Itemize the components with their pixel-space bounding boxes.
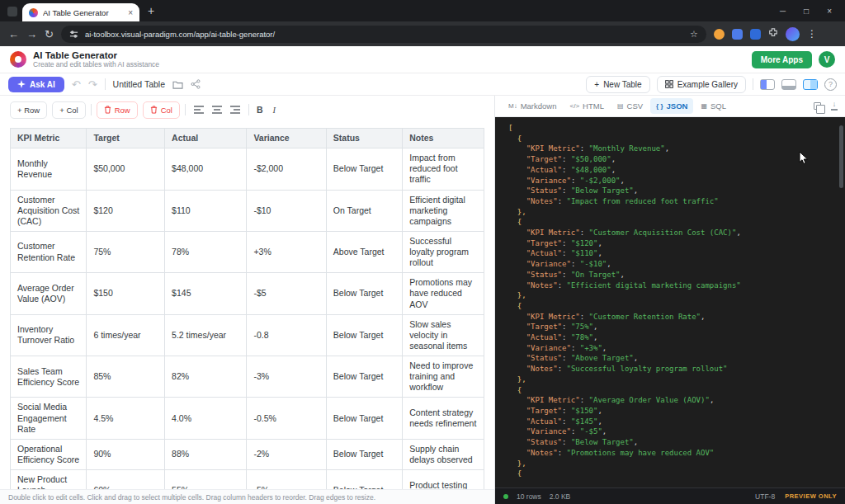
- table-cell[interactable]: Inventory Turnover Ratio: [11, 314, 87, 356]
- delete-row-button[interactable]: Row: [97, 101, 138, 119]
- column-header[interactable]: Variance: [247, 129, 326, 148]
- table-cell[interactable]: -2%: [247, 439, 326, 469]
- table-cell[interactable]: -0.8: [247, 314, 326, 356]
- table-cell[interactable]: Sales Team Efficiency Score: [11, 356, 87, 398]
- undo-icon[interactable]: ↶: [72, 78, 81, 91]
- table-cell[interactable]: Below Target: [326, 356, 402, 398]
- table-cell[interactable]: Efficient digital marketing campaigns: [403, 190, 484, 231]
- table-cell[interactable]: -$10: [247, 190, 326, 231]
- split-view-icon[interactable]: [803, 79, 818, 90]
- table-cell[interactable]: 6 times/year: [87, 314, 165, 356]
- table-cell[interactable]: 75%: [87, 231, 165, 272]
- copy-icon[interactable]: [814, 102, 821, 110]
- table-cell[interactable]: Customer Acquisition Cost (CAC): [11, 190, 87, 231]
- table-cell[interactable]: Successful loyalty program rollout: [403, 231, 484, 272]
- tab-html[interactable]: </> HTML: [564, 98, 610, 114]
- table-cell[interactable]: Need to improve training and workflow: [403, 356, 484, 398]
- column-header[interactable]: KPI Metric: [11, 129, 87, 148]
- table-cell[interactable]: Above Target: [326, 231, 402, 272]
- table-cell[interactable]: Content strategy needs refinement: [403, 398, 484, 439]
- document-title[interactable]: Untitled Table: [113, 79, 165, 89]
- table-cell[interactable]: Below Target: [326, 314, 402, 356]
- table-cell[interactable]: $48,000: [165, 148, 247, 190]
- column-header[interactable]: Notes: [403, 129, 484, 148]
- add-row-button[interactable]: + Row: [10, 101, 47, 119]
- user-avatar[interactable]: V: [819, 51, 835, 68]
- download-icon[interactable]: ↓: [831, 101, 838, 110]
- table-cell[interactable]: 78%: [165, 231, 247, 272]
- align-center-icon[interactable]: [212, 106, 222, 114]
- table-cell[interactable]: 85%: [87, 356, 165, 398]
- redo-icon[interactable]: ↷: [88, 78, 97, 91]
- site-info-icon[interactable]: [69, 30, 78, 39]
- bold-button[interactable]: B: [254, 105, 266, 115]
- table-cell[interactable]: Below Target: [326, 470, 402, 490]
- address-bar[interactable]: ai-toolbox.visual-paradigm.com/app/ai-ta…: [61, 26, 706, 43]
- italic-button[interactable]: I: [271, 106, 279, 115]
- share-icon[interactable]: [191, 79, 201, 89]
- table-cell[interactable]: On Target: [326, 190, 402, 231]
- table-cell[interactable]: 82%: [165, 356, 247, 398]
- tab-json[interactable]: { } JSON: [650, 98, 693, 114]
- table-cell[interactable]: Monthly Revenue: [11, 148, 87, 190]
- browser-tab[interactable]: AI Table Generator ×: [22, 3, 139, 21]
- column-header[interactable]: Actual: [165, 129, 247, 148]
- close-button[interactable]: ×: [827, 7, 832, 16]
- code-editor[interactable]: [ { "KPI Metric": "Monthly Revenue", "Ta…: [495, 117, 845, 488]
- table-cell[interactable]: Below Target: [326, 148, 402, 190]
- table-cell[interactable]: 90%: [87, 439, 165, 469]
- table-cell[interactable]: $145: [165, 273, 247, 314]
- table-cell[interactable]: Customer Retention Rate: [11, 231, 87, 272]
- table-cell[interactable]: Operational Efficiency Score: [11, 439, 87, 469]
- extension-icon-blue[interactable]: [732, 29, 743, 40]
- column-header[interactable]: Target: [87, 129, 165, 148]
- minimize-button[interactable]: ─: [780, 7, 786, 16]
- table-cell[interactable]: 4.0%: [165, 398, 247, 439]
- table-cell[interactable]: 5.2 times/year: [165, 314, 247, 356]
- table-cell[interactable]: 88%: [165, 439, 247, 469]
- new-tab-button[interactable]: +: [148, 4, 154, 17]
- puzzle-icon[interactable]: [768, 26, 778, 41]
- browser-menu-icon[interactable]: ⋮: [807, 28, 817, 40]
- code-view-icon[interactable]: [781, 79, 796, 90]
- table-cell[interactable]: $120: [87, 190, 165, 231]
- table-cell[interactable]: -$5: [247, 273, 326, 314]
- table-cell[interactable]: $150: [87, 273, 165, 314]
- profile-avatar[interactable]: [786, 27, 800, 41]
- table-cell[interactable]: Below Target: [326, 273, 402, 314]
- editor-scrollbar[interactable]: [839, 125, 843, 188]
- table-view-icon[interactable]: [760, 79, 775, 90]
- table-cell[interactable]: Promotions may have reduced AOV: [403, 273, 484, 314]
- tab-close-icon[interactable]: ×: [128, 8, 133, 17]
- table-cell[interactable]: $50,000: [87, 148, 165, 190]
- table-cell[interactable]: 60%: [87, 470, 165, 490]
- table-cell[interactable]: New Product Launch Success Rate: [11, 470, 87, 490]
- table-cell[interactable]: Impact from reduced foot traffic: [403, 148, 484, 190]
- align-left-icon[interactable]: [194, 106, 204, 114]
- maximize-button[interactable]: □: [804, 7, 809, 16]
- example-gallery-button[interactable]: Example Gallery: [657, 76, 746, 93]
- table-cell[interactable]: -$2,000: [247, 148, 326, 190]
- help-icon[interactable]: ?: [824, 78, 837, 91]
- ask-ai-button[interactable]: Ask AI: [8, 77, 64, 92]
- reload-icon[interactable]: ↻: [45, 29, 54, 40]
- table-cell[interactable]: Social Media Engagement Rate: [11, 398, 87, 439]
- table-cell[interactable]: $110: [165, 190, 247, 231]
- table-cell[interactable]: Below Target: [326, 398, 402, 439]
- tab-search-icon[interactable]: [7, 7, 17, 16]
- add-col-button[interactable]: + Col: [52, 101, 85, 119]
- delete-col-button[interactable]: Col: [143, 101, 180, 119]
- table-cell[interactable]: 55%: [165, 470, 247, 490]
- open-folder-icon[interactable]: [172, 80, 183, 89]
- table-cell[interactable]: -5%: [247, 470, 326, 490]
- tab-sql[interactable]: ▦ SQL: [695, 98, 732, 114]
- more-apps-button[interactable]: More Apps: [752, 51, 812, 68]
- extension-icon-blue2[interactable]: [750, 29, 761, 40]
- table-cell[interactable]: Below Target: [326, 439, 402, 469]
- forward-icon[interactable]: →: [26, 29, 37, 40]
- table-cell[interactable]: Slow sales velocity in seasonal items: [403, 314, 484, 356]
- align-right-icon[interactable]: [230, 106, 240, 114]
- table-cell[interactable]: Average Order Value (AOV): [11, 273, 87, 314]
- table-cell[interactable]: -0.5%: [247, 398, 326, 439]
- column-header[interactable]: Status: [326, 129, 402, 148]
